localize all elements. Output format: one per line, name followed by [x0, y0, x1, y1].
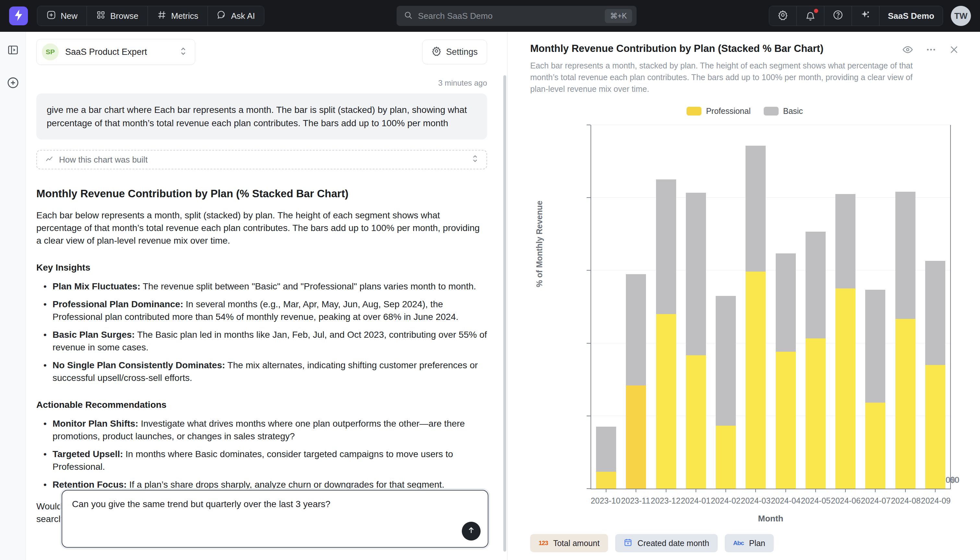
project-label: SaaS Demo [888, 11, 934, 21]
bar-2024-01 [686, 193, 706, 488]
notifications-button[interactable] [796, 6, 824, 26]
bar-segment-basic [626, 274, 646, 386]
x-tick [636, 488, 636, 492]
number-type-icon: 123 [539, 540, 548, 547]
nav-icon-group: SaaS Demo [769, 6, 943, 26]
ask-ai-label: Ask AI [231, 11, 255, 21]
x-tick-label: 2024-03 [741, 496, 771, 505]
view-eye-icon[interactable] [902, 44, 913, 55]
bar-segment-basic [895, 192, 915, 319]
help-circle-icon [833, 10, 843, 22]
bar-slot [801, 125, 831, 488]
search-icon [404, 11, 413, 21]
project-switcher[interactable]: SaaS Demo [879, 6, 943, 26]
x-tick [786, 488, 786, 492]
new-button[interactable]: New [37, 6, 86, 26]
x-tick-label: 2023-10 [591, 496, 621, 505]
notification-dot [813, 8, 819, 14]
agent-settings-button[interactable]: Settings [422, 40, 487, 64]
stacked-bar-chart: $0$30,000$60,000$90,000$120,000$150,0002… [530, 120, 959, 531]
legend-item-professional[interactable]: Professional [686, 107, 751, 116]
recommendations-list: Monitor Plan Shifts: Investigate what dr… [37, 417, 487, 491]
sparkles-button[interactable] [852, 6, 879, 26]
settings-label: Settings [446, 47, 478, 57]
send-button[interactable] [462, 522, 481, 540]
metrics-button[interactable]: Metrics [148, 6, 208, 26]
legend-item-basic[interactable]: Basic [764, 107, 803, 116]
bar-slot [831, 125, 860, 488]
bar-slot [741, 125, 771, 488]
chip-created-date-month[interactable]: Created date month [615, 534, 718, 552]
bar-segment-professional [776, 352, 796, 488]
bullet-item: Retention Focus: If a plan’s share drops… [37, 478, 487, 491]
bullet-lead: Monitor Plan Shifts: [53, 418, 138, 428]
plus-square-icon [47, 10, 56, 22]
bar-segment-basic [776, 253, 796, 352]
browse-button[interactable]: Browse [86, 6, 148, 26]
x-tick-label: 2024-04 [771, 496, 801, 505]
field-chips: 123Total amountCreated date monthAbcPlan [530, 534, 959, 552]
sidebar-toggle-icon[interactable] [7, 44, 19, 57]
bar-slot [771, 125, 801, 488]
key-insights-list: Plan Mix Fluctuates: The revenue split b… [37, 280, 487, 384]
bullet-item: Basic Plan Surges: The Basic plan led in… [37, 328, 487, 353]
app-logo[interactable] [9, 7, 28, 25]
x-tick [696, 488, 696, 492]
user-avatar[interactable]: TW [951, 6, 971, 26]
bullet-item: Plan Mix Fluctuates: The revenue split b… [37, 280, 487, 293]
message-composer[interactable]: Can you give the same trend but quarterl… [61, 490, 488, 548]
agent-selector[interactable]: SP SaaS Product Expert [37, 39, 195, 65]
bullet-item: No Single Plan Consistently Dominates: T… [37, 359, 487, 384]
x-axis-title: Month [591, 513, 951, 524]
bar-segment-professional [835, 288, 855, 488]
ask-ai-button[interactable]: Ask AI [208, 6, 264, 26]
bar-segment-basic [656, 179, 676, 314]
bar-slot [860, 125, 890, 488]
new-label: New [61, 11, 78, 21]
bar-slot [621, 125, 651, 488]
bar-2024-05 [806, 232, 826, 488]
lightning-bolt-icon [13, 9, 23, 23]
how-chart-built-toggle[interactable]: How this chart was built [37, 150, 487, 169]
close-icon[interactable] [949, 45, 959, 55]
legend-swatch [686, 107, 701, 115]
plot-area [591, 125, 951, 489]
chat-scrollbar[interactable] [503, 75, 506, 552]
new-thread-icon[interactable] [7, 77, 19, 90]
settings-nav-button[interactable] [769, 6, 796, 26]
bullet-item: Professional Plan Dominance: In several … [37, 298, 487, 323]
composer-input[interactable]: Can you give the same trend but quarterl… [72, 499, 445, 509]
bar-segment-basic [596, 427, 616, 472]
global-search-input[interactable]: Search SaaS Demo ⌘+K [397, 6, 636, 26]
bar-segment-professional [806, 338, 826, 488]
grid-icon [96, 10, 106, 22]
browse-label: Browse [110, 11, 138, 21]
mini-chart-icon [45, 154, 54, 165]
chart-panel-description: Each bar represents a month, stacked by … [530, 60, 913, 95]
chart-panel: Monthly Revenue Contribution by Plan (St… [508, 32, 980, 560]
chip-plan[interactable]: AbcPlan [725, 534, 774, 552]
x-tick-label: 2024-07 [860, 496, 891, 505]
gear-icon [777, 10, 788, 22]
bar-segment-professional [596, 472, 616, 488]
chart-panel-title: Monthly Revenue Contribution by Plan (St… [530, 43, 902, 55]
more-options-icon[interactable] [925, 44, 937, 55]
chip-label: Created date month [638, 538, 709, 548]
bar-slot [651, 125, 681, 488]
x-tick [755, 488, 756, 492]
x-tick [935, 488, 935, 492]
y-tick [586, 343, 591, 343]
answer-title: Monthly Revenue Contribution by Plan (% … [37, 188, 487, 200]
y-tick [586, 488, 591, 489]
bar-2023-11 [626, 274, 646, 488]
bar-segment-professional [656, 314, 676, 488]
chip-total-amount[interactable]: 123Total amount [530, 534, 608, 552]
x-labels-row: 2023-102023-112023-122024-012024-022024-… [591, 496, 951, 505]
x-tick-label: 2024-05 [801, 496, 831, 505]
bullet-lead: Plan Mix Fluctuates: [53, 281, 140, 292]
y-axis-title: % of Monthly Revenue [535, 200, 544, 287]
x-tick [606, 488, 606, 492]
help-button[interactable] [824, 6, 852, 26]
bar-segment-professional [895, 319, 915, 488]
message-timestamp: 3 minutes ago [37, 78, 487, 88]
